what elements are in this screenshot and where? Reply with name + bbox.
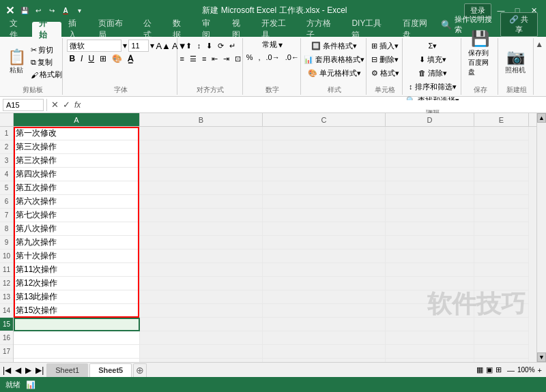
align-right-button[interactable]: ≡ [200,52,208,65]
align-left-button[interactable]: ≡ [178,52,186,65]
cell-C10[interactable] [263,250,386,263]
tab-baidu[interactable]: 百度网盘 [396,22,441,37]
cell-D12[interactable] [386,277,474,290]
save-to-cloud-btn[interactable]: 💾 保存到百度网盘 [465,40,495,67]
number-format-dropdown[interactable]: ▾ [278,40,283,50]
cell-E9[interactable] [474,236,529,250]
wrap-text-button[interactable]: ↵ [227,40,238,52]
cell-D10[interactable] [386,250,474,263]
font-increase-icon[interactable]: A▲ [156,41,171,51]
save-quick-btn[interactable]: 💾 [18,4,31,16]
collapse-icon[interactable]: ▲ [535,40,543,49]
cell-D4[interactable] [386,168,474,181]
cell-A13[interactable]: 第13此操作 [14,290,140,304]
fill-btn[interactable]: ⬇ 填充▾ [417,53,448,65]
tab-developer[interactable]: 开发工具 [255,22,300,37]
cell-E5[interactable] [474,181,529,195]
view-page-btn[interactable]: ▣ [486,365,493,374]
cell-D16[interactable] [386,331,474,345]
sheet-tab-sheet5[interactable]: Sheet5 [89,363,132,377]
delete-btn[interactable]: ⊟ 删除▾ [369,53,401,65]
cell-A1[interactable]: 第一次修改 [14,127,140,140]
cell-A17[interactable] [14,345,140,359]
font-color-quick-btn[interactable]: A [59,4,72,16]
cell-E7[interactable] [474,209,529,222]
cell-A14[interactable]: 第15次操作 [14,304,140,318]
cell-E15[interactable] [474,318,529,331]
cell-D11[interactable] [386,263,474,277]
cell-C9[interactable] [263,236,386,250]
cancel-formula-icon[interactable]: ✕ [50,100,60,110]
cell-B1[interactable] [140,127,263,140]
tab-insert[interactable]: 插入 [61,22,91,37]
cell-E4[interactable] [474,168,529,181]
undo-btn[interactable]: ↩ [32,4,44,16]
scroll-up-btn[interactable]: ▲ [537,113,546,123]
col-header-C[interactable]: C [263,113,386,126]
cell-E14[interactable] [474,304,529,318]
fill-color-button[interactable]: 🎨 [110,53,124,64]
cell-C18[interactable] [263,359,386,362]
comma-button[interactable]: , [257,51,263,63]
cell-A10[interactable]: 第十次操作 [14,250,140,263]
table-format-button[interactable]: 📊 套用表格格式▾ [302,53,367,65]
cell-B10[interactable] [140,250,263,263]
underline-button[interactable]: U [86,53,96,64]
col-header-D[interactable]: D [386,113,474,126]
copy-button[interactable]: ⧉ 复制 [29,57,64,69]
cell-A16[interactable] [14,331,140,345]
autosum-btn[interactable]: Σ▾ [426,40,439,52]
cell-D13[interactable] [386,290,474,304]
prev-sheet-btn[interactable]: ◀ [14,365,23,375]
camera-btn[interactable]: 📷 照相机 [502,42,528,83]
font-size-input[interactable] [128,40,149,52]
cell-B3[interactable] [140,154,263,168]
tab-data[interactable]: 数据 [166,22,195,37]
cell-E16[interactable] [474,331,529,345]
cell-D2[interactable] [386,140,474,154]
tab-review[interactable]: 审阅 [195,22,225,37]
cell-A3[interactable]: 第三次操作 [14,154,140,168]
conditional-format-button[interactable]: 🔲 条件格式▾ [309,40,359,52]
cut-button[interactable]: ✂ 剪切 [29,44,64,57]
cell-B18[interactable] [140,359,263,362]
font-name-dropdown-icon[interactable]: ▾ [123,41,127,50]
confirm-formula-icon[interactable]: ✓ [61,100,72,110]
font-name-input[interactable] [67,40,121,52]
cell-C1[interactable] [263,127,386,140]
cell-E2[interactable] [474,140,529,154]
cell-A9[interactable]: 第九次操作 [14,236,140,250]
cell-E8[interactable] [474,222,529,236]
zoom-out-btn[interactable]: — [507,366,515,374]
cell-D9[interactable] [386,236,474,250]
cell-C6[interactable] [263,195,386,209]
cell-E6[interactable] [474,195,529,209]
cell-D7[interactable] [386,209,474,222]
cell-A6[interactable]: 第六次操作 [14,195,140,209]
cell-C3[interactable] [263,154,386,168]
last-sheet-btn[interactable]: ▶| [34,365,45,375]
cell-C2[interactable] [263,140,386,154]
font-size-dropdown-icon[interactable]: ▾ [150,41,154,50]
sort-filter-btn[interactable]: ↕ 排序和筛选▾ [407,80,459,93]
dropdown-quick-btn[interactable]: ▾ [73,4,85,16]
decimal-dec-button[interactable]: .0← [283,51,301,63]
cell-E13[interactable] [474,290,529,304]
align-top-button[interactable]: ⬆ [184,40,194,52]
cell-style-button[interactable]: 🎨 单元格样式▾ [306,67,363,79]
cell-B5[interactable] [140,181,263,195]
cell-B8[interactable] [140,222,263,236]
cell-C7[interactable] [263,209,386,222]
align-bottom-button[interactable]: ⬇ [204,40,214,52]
bold-button[interactable]: B [67,53,77,64]
cell-A8[interactable]: 第八次操作 [14,222,140,236]
cell-C14[interactable] [263,304,386,318]
cell-E17[interactable] [474,345,529,359]
cell-B15[interactable] [140,318,263,331]
paste-button[interactable]: 📋 粘贴 [5,42,27,83]
formula-input[interactable] [85,100,543,110]
ribbon-collapse[interactable]: ▲ [535,38,543,95]
cell-E18[interactable] [474,359,529,362]
cell-D15[interactable] [386,318,474,331]
cell-C12[interactable] [263,277,386,290]
